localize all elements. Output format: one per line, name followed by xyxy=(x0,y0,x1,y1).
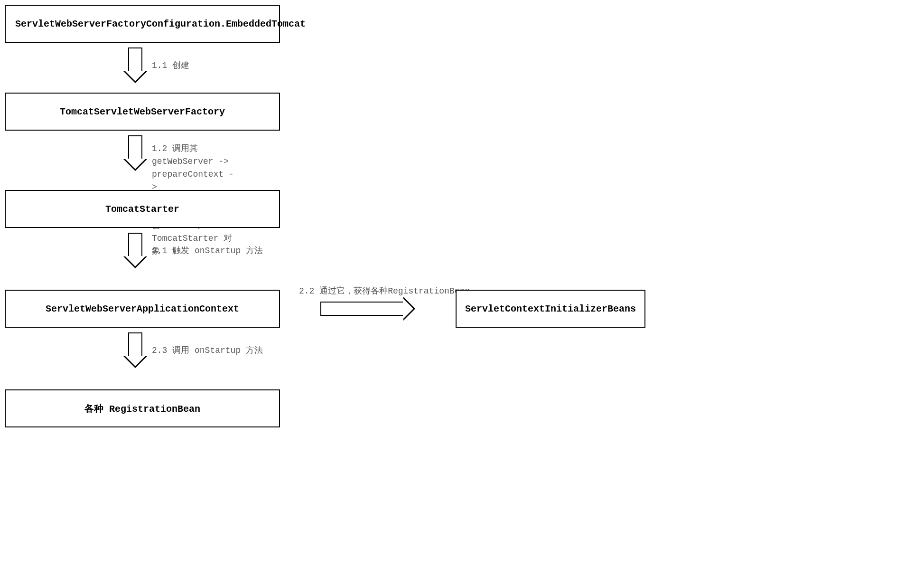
arrow-down-icon xyxy=(128,233,142,268)
box-label: ServletWebServerApplicationContext xyxy=(46,303,239,314)
box-label: TomcatServletWebServerFactory xyxy=(60,106,225,117)
arrow-right-icon xyxy=(320,302,415,316)
box-tomcat-starter: TomcatStarter xyxy=(5,190,280,228)
arrow-2-1: 2.1 触发 onStartup 方法 xyxy=(128,233,142,268)
arrow-2-3: 2.3 调用 onStartup 方法 xyxy=(128,332,142,368)
arrow-1-1: 1.1 创建 xyxy=(128,47,142,83)
box-label: TomcatStarter xyxy=(105,204,179,215)
box-app-context: ServletWebServerApplicationContext xyxy=(5,290,280,328)
box-initializer-beans: ServletContextInitializerBeans xyxy=(456,290,645,328)
arrow-down-icon xyxy=(128,47,142,83)
box-label: 各种 RegistrationBean xyxy=(84,402,200,415)
arrow-down-icon xyxy=(128,135,142,171)
box-registration-bean: 各种 RegistrationBean xyxy=(5,389,280,427)
arrow-label: 2.1 触发 onStartup 方法 xyxy=(152,245,263,256)
arrow-2-2: 2.2 通过它，获得各种RegistrationBean xyxy=(320,302,415,316)
arrow-label: 1.1 创建 xyxy=(152,59,189,71)
arrow-1-2: 1.2 调用其 getWebServer -> prepareContext -… xyxy=(128,135,142,171)
box-label: ServletContextInitializerBeans xyxy=(465,303,636,314)
arrow-down-icon xyxy=(128,332,142,368)
box-label: ServletWebServerFactoryConfiguration.Emb… xyxy=(15,19,306,29)
box-embedded-tomcat: ServletWebServerFactoryConfiguration.Emb… xyxy=(5,5,280,43)
arrow-label: 2.2 通过它，获得各种RegistrationBean xyxy=(299,285,470,296)
arrow-label: 2.3 调用 onStartup 方法 xyxy=(152,344,263,356)
box-tomcat-factory: TomcatServletWebServerFactory xyxy=(5,93,280,131)
